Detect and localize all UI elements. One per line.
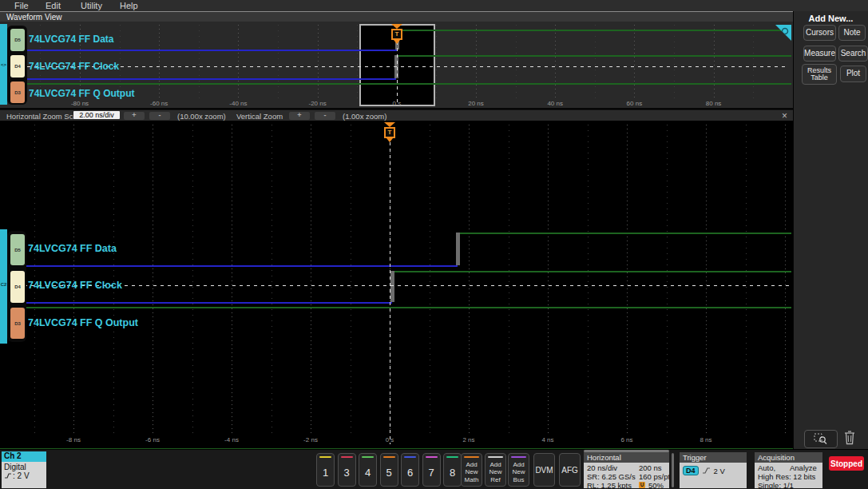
waveform-view-tab[interactable]: Waveform View xyxy=(6,13,61,22)
overview-badge-d3[interactable]: D3 xyxy=(10,82,25,103)
add-new-bus-button[interactable]: Add New Bus xyxy=(508,453,529,487)
add-results-table-button[interactable]: Results Table xyxy=(802,64,837,85)
trigger-badge-title: Trigger xyxy=(680,452,747,463)
channel-color-stripe xyxy=(404,456,416,458)
channel-button-label: 5 xyxy=(381,459,398,486)
add-new-math-button[interactable]: Add New Math xyxy=(461,453,482,487)
channel-color-stripe xyxy=(511,456,526,458)
channel-color-stripe xyxy=(464,456,479,458)
horizontal-zoom-scale-value[interactable]: 2.00 ns/div xyxy=(73,111,120,119)
right-sidebar: Add New... Cursors Note Measure Search R… xyxy=(793,11,868,449)
channel-button-5[interactable]: 5 xyxy=(380,453,398,487)
hzoom-factor-label: (10.00x zoom) xyxy=(177,112,226,121)
main-channel-label-qoutput[interactable]: 74LVCG74 FF Q Output xyxy=(28,317,138,328)
bottom-bar: Ch 2 Digital : 2 V 1345678Add New MathAd… xyxy=(0,449,868,489)
vertical-zoom-label: Vertical Zoom xyxy=(236,112,283,121)
add-note-button[interactable]: Note xyxy=(838,25,866,41)
horizontal-record-length: RL: 1.25 kpts xyxy=(587,481,632,488)
acquisition-badge-title: Acquisition xyxy=(755,452,822,463)
afg-button[interactable]: AFG xyxy=(559,453,581,487)
add-search-button[interactable]: Search xyxy=(838,46,868,62)
overview-channel-label-qoutput[interactable]: 74LVCG74 FF Q Output xyxy=(29,88,134,99)
zoom-scale-bar: Horizontal Zoom Scale 2.00 ns/div + - (1… xyxy=(0,109,793,121)
main-channel-label-data[interactable]: 74LVCG74 FF Data xyxy=(28,243,117,254)
channel-button-label: 4 xyxy=(359,459,376,486)
channel-button-4[interactable]: 4 xyxy=(359,453,377,487)
overview-channel-label-data[interactable]: 74LVCG74 FF Data xyxy=(29,34,113,45)
add-button-label: Add New Ref xyxy=(486,459,505,485)
menu-file[interactable]: File xyxy=(14,1,29,10)
dvm-button[interactable]: DVM xyxy=(533,453,555,487)
acquisition-analyze: Analyze xyxy=(790,463,817,472)
channel-color-stripe xyxy=(341,456,353,458)
horizontal-resolution: 160 ps/pt (IT) xyxy=(639,472,669,481)
overview-trigger-marker[interactable]: T xyxy=(391,24,402,44)
horizontal-badge[interactable]: Horizontal 20 ns/div 200 ns SR: 6.25 GS/… xyxy=(584,452,669,488)
main-channel-label-clock[interactable]: 74LVCG74 FF Clock xyxy=(28,280,122,291)
waveform-view-tab-strip: Waveform View xyxy=(0,11,793,22)
vzoom-factor-label: (1.00x zoom) xyxy=(343,112,386,121)
channel-button-7[interactable]: 7 xyxy=(422,453,441,487)
dvm-label: DVM xyxy=(534,454,554,486)
channel-button-3[interactable]: 3 xyxy=(338,453,356,487)
trash-icon xyxy=(843,430,856,445)
channel-color-stripe xyxy=(383,456,395,458)
overview-channel-group-handle[interactable]: <> xyxy=(0,24,7,105)
channel-button-label: 1 xyxy=(317,459,334,486)
trigger-t-icon: T xyxy=(391,29,402,40)
trigger-badge[interactable]: Trigger D4 2 V xyxy=(680,452,747,488)
overview-badge-d4[interactable]: D4 xyxy=(10,55,25,78)
main-group-handle-label: C2 xyxy=(0,282,7,287)
channel-button-8[interactable]: 8 xyxy=(443,453,462,487)
hzoom-plus-button[interactable]: + xyxy=(124,112,145,120)
main-badge-d3[interactable]: D3 xyxy=(10,308,25,339)
trigger-t-icon: T xyxy=(384,127,395,138)
badge-strip-vscrollbar[interactable] xyxy=(672,453,674,487)
horizontal-badge-title: Horizontal xyxy=(584,452,669,463)
menu-edit[interactable]: Edit xyxy=(46,1,61,10)
horizontal-zoom-scale-label: Horizontal Zoom Scale xyxy=(6,112,83,121)
trigger-arrow-icon xyxy=(386,138,393,142)
trigger-arrow-icon xyxy=(394,40,400,44)
menu-help[interactable]: Help xyxy=(120,1,138,10)
vzoom-minus-button[interactable]: - xyxy=(315,112,335,120)
trigger-source-pill: D4 xyxy=(683,466,699,475)
add-new-title: Add New... xyxy=(794,14,868,23)
channel-color-stripe xyxy=(319,456,331,458)
zoom-tool-button[interactable] xyxy=(804,430,838,448)
main-badge-d5[interactable]: D5 xyxy=(10,234,25,265)
overview-trigger-line xyxy=(397,42,398,103)
stopped-status-badge[interactable]: Stopped xyxy=(829,456,864,471)
channel-button-1[interactable]: 1 xyxy=(316,453,335,487)
main-channel-group-handle[interactable]: C2 xyxy=(0,229,7,344)
menu-utility[interactable]: Utility xyxy=(81,1,102,10)
trigger-level: 2 V xyxy=(714,467,725,475)
acquisition-badge[interactable]: Acquisition Auto, Analyze High Res: 12 b… xyxy=(755,452,822,488)
main-trigger-marker[interactable]: T xyxy=(384,122,395,142)
main-trigger-line xyxy=(390,142,390,444)
tekscope-app: File Edit Utility Help Waveform View -80… xyxy=(0,0,868,489)
channel-button-label: 7 xyxy=(423,459,440,486)
overview-badge-d5[interactable]: D5 xyxy=(10,29,25,51)
channel-color-stripe xyxy=(362,456,374,458)
trash-button[interactable] xyxy=(843,430,859,447)
channel-button-label: 6 xyxy=(402,459,418,486)
afg-label: AFG xyxy=(560,454,580,486)
add-plot-button[interactable]: Plot xyxy=(840,66,866,82)
add-button-label: Add New Math xyxy=(462,459,481,485)
main-badge-d4[interactable]: D4 xyxy=(10,271,25,303)
zoom-bar-close-icon[interactable]: × xyxy=(782,110,787,121)
hzoom-minus-button[interactable]: - xyxy=(149,112,170,120)
channel-color-stripe xyxy=(488,456,503,458)
channel-button-6[interactable]: 6 xyxy=(401,453,419,487)
horizontal-sample-rate: SR: 6.25 GS/s xyxy=(587,472,636,481)
vzoom-plus-button[interactable]: + xyxy=(289,112,310,120)
add-cursors-button[interactable]: Cursors xyxy=(803,25,836,41)
acquisition-highres: High Res: 12 bits xyxy=(758,472,822,481)
add-new-ref-button[interactable]: Add New Ref xyxy=(485,453,506,487)
overview-channel-label-clock[interactable]: 74LVCG74 FF Clock xyxy=(29,61,119,72)
trigger-slope-icon xyxy=(702,467,711,475)
add-measure-button[interactable]: Measure xyxy=(803,46,836,62)
zoom-tool-icon xyxy=(814,433,828,445)
acquisition-single: Single: 1/1 xyxy=(758,481,822,488)
